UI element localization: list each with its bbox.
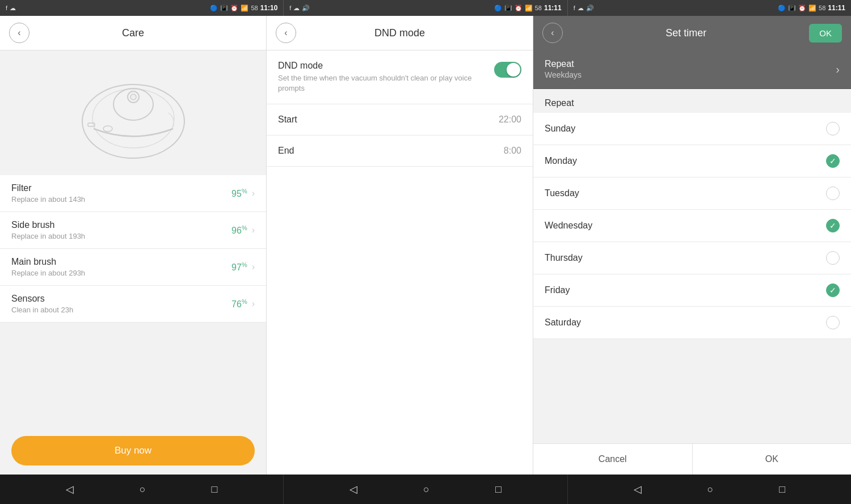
day-label-thursday: Thursday [545, 253, 826, 263]
main-content: ‹ Care [0, 16, 851, 475]
care-item-mainbrush-pct: 97% [231, 261, 247, 273]
time-2: 11:11 [544, 4, 562, 12]
status-right-2: 🔵 📳 ⏰ 📶 58 11:11 [494, 4, 562, 12]
day-label-tuesday: Tuesday [545, 188, 826, 198]
care-item-sensors-info: Sensors Clean in about 23h [11, 294, 231, 314]
nav-back-icon-2[interactable]: ◁ [349, 483, 357, 495]
dnd-toggle-row: DND mode Set the time when the vacuum sh… [267, 50, 533, 104]
svg-point-5 [103, 126, 112, 132]
day-radio-friday[interactable] [826, 283, 840, 297]
nav-recents-icon-1[interactable]: □ [212, 484, 218, 495]
care-item-sensors-right: 76% › [231, 298, 255, 310]
dnd-header: ‹ DND mode [267, 16, 533, 50]
day-row-wednesday[interactable]: Wednesday [533, 210, 851, 242]
panel-dnd: ‹ DND mode DND mode Set the time when th… [267, 16, 533, 475]
care-item-sensors-desc: Clean in about 23h [11, 306, 231, 314]
nav-section-3: ◁ ○ □ [568, 475, 851, 504]
svg-point-4 [130, 94, 136, 100]
battery-2: 58 [535, 5, 542, 11]
fb-icon-2: f [289, 5, 291, 11]
timer-title: Set timer [563, 27, 809, 39]
dnd-toggle-name: DND mode [278, 61, 494, 71]
fb-icon-3: f [574, 5, 575, 11]
day-label-monday: Monday [545, 156, 826, 166]
nav-section-2: ◁ ○ □ [284, 475, 567, 504]
care-item-filter-right: 95% › [231, 188, 255, 199]
day-row-friday[interactable]: Friday [533, 274, 851, 307]
day-radio-saturday[interactable] [826, 316, 840, 329]
nav-bar: ◁ ○ □ ◁ ○ □ ◁ ○ □ [0, 475, 851, 504]
care-item-mainbrush-info: Main brush Replace in about 293h [11, 257, 231, 277]
signal-icon-2: 📶 [525, 5, 533, 12]
nav-home-icon-3[interactable]: ○ [707, 484, 713, 495]
vibrate-icon-3: 📳 [788, 5, 796, 12]
cloud-icon-1: ☁ [10, 5, 16, 12]
nav-home-icon-2[interactable]: ○ [423, 484, 429, 495]
status-bar-1: f ☁ 🔵 📳 ⏰ 📶 58 11:10 [0, 0, 284, 16]
care-item-sensors-chevron: › [252, 299, 255, 309]
status-left-icons-1: f ☁ [6, 5, 16, 12]
day-radio-tuesday[interactable] [826, 187, 840, 200]
cloud-icon-2: ☁ [293, 5, 300, 12]
day-radio-wednesday[interactable] [826, 219, 840, 232]
sound-icon-3: 🔊 [586, 5, 594, 12]
nav-home-icon-1[interactable]: ○ [140, 484, 146, 495]
dnd-back-button[interactable]: ‹ [276, 23, 296, 43]
day-row-monday[interactable]: Monday [533, 145, 851, 177]
day-label-saturday: Saturday [545, 317, 826, 328]
repeat-section-title: Repeat [545, 98, 574, 108]
dnd-end-row[interactable]: End 8:00 [267, 135, 533, 167]
day-row-sunday[interactable]: Sunday [533, 113, 851, 145]
time-1: 11:10 [260, 4, 278, 12]
status-bar-3: f ☁ 🔊 🔵 📳 ⏰ 📶 58 11:11 [568, 0, 851, 16]
nav-back-icon-1[interactable]: ◁ [66, 483, 74, 495]
dnd-toggle-desc: Set the time when the vacuum shouldn't c… [278, 73, 494, 94]
day-radio-sunday[interactable] [826, 122, 840, 135]
bt-icon-2: 🔵 [494, 5, 502, 12]
day-radio-monday[interactable] [826, 154, 840, 168]
care-title: Care [30, 27, 237, 39]
timer-ok-button[interactable]: OK [809, 24, 842, 43]
day-label-wednesday: Wednesday [545, 221, 826, 231]
signal-icon-1: 📶 [241, 5, 248, 12]
day-radio-thursday[interactable] [826, 251, 840, 265]
day-row-tuesday[interactable]: Tuesday [533, 177, 851, 210]
dnd-toggle-switch[interactable] [494, 62, 521, 78]
status-left-icons-2: f ☁ 🔊 [289, 5, 310, 12]
status-left-icons-3: f ☁ 🔊 [574, 5, 594, 12]
care-item-sidebrush-chevron: › [252, 225, 255, 235]
alarm-icon-2: ⏰ [515, 5, 523, 12]
vibrate-icon-1: 📳 [220, 5, 228, 12]
care-item-sensors-name: Sensors [11, 294, 231, 304]
buy-now-button[interactable]: Buy now [11, 436, 255, 465]
care-item-mainbrush[interactable]: Main brush Replace in about 293h 97% › [0, 249, 266, 286]
day-row-saturday[interactable]: Saturday [533, 307, 851, 339]
care-item-sensors[interactable]: Sensors Clean in about 23h 76% › [0, 286, 266, 323]
nav-recents-icon-2[interactable]: □ [495, 484, 502, 495]
repeat-summary-row[interactable]: Repeat Weekdays › [533, 50, 851, 89]
timer-ok-action-button[interactable]: OK [693, 444, 852, 475]
panel-timer: ‹ Set timer OK Repeat Weekdays › Repeat … [533, 16, 851, 475]
care-item-mainbrush-chevron: › [252, 262, 255, 272]
dnd-title: DND mode [296, 27, 503, 39]
care-item-sidebrush[interactable]: Side brush Replace in about 193h 96% › [0, 212, 266, 249]
care-back-button[interactable]: ‹ [9, 23, 30, 43]
dnd-start-row[interactable]: Start 22:00 [267, 104, 533, 135]
repeat-summary-value: Weekdays [545, 70, 836, 79]
nav-back-icon-3[interactable]: ◁ [634, 483, 642, 495]
care-item-sidebrush-pct: 96% [231, 225, 247, 236]
nav-section-1: ◁ ○ □ [0, 475, 284, 504]
sound-icon-2: 🔊 [302, 5, 310, 12]
panel-care: ‹ Care [0, 16, 267, 475]
time-3: 11:11 [828, 4, 845, 12]
timer-header: ‹ Set timer OK [533, 16, 851, 50]
dnd-end-value: 8:00 [504, 146, 521, 156]
care-item-filter[interactable]: Filter Replace in about 143h 95% › [0, 175, 266, 212]
timer-back-button[interactable]: ‹ [542, 23, 563, 43]
nav-recents-icon-3[interactable]: □ [779, 484, 785, 495]
timer-cancel-button[interactable]: Cancel [533, 444, 693, 475]
day-row-thursday[interactable]: Thursday [533, 242, 851, 274]
days-list: Sunday Monday Tuesday Wednesday Thursday [533, 113, 851, 339]
battery-3: 58 [819, 5, 825, 11]
care-item-sidebrush-info: Side brush Replace in about 193h [11, 220, 231, 240]
